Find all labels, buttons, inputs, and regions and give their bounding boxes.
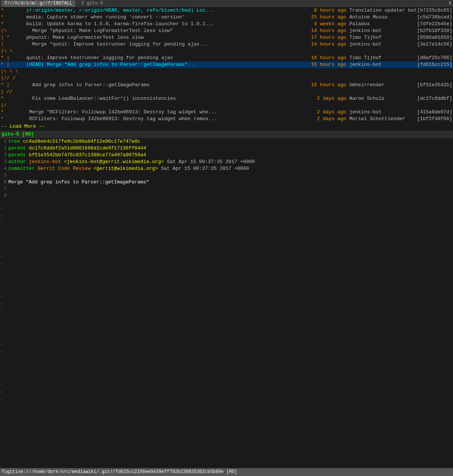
commit-hash: [3e17e14c56] xyxy=(417,41,452,48)
commit-author xyxy=(385,88,452,95)
commit-hash: [fd615cc215] xyxy=(417,61,452,68)
log-line[interactable]: | Merge "qunit: Improve testrunner loggi… xyxy=(0,41,453,48)
commit-author: jenkins-bot xyxy=(349,61,417,68)
tilde-line: ~ xyxy=(0,253,453,260)
log-line[interactable]: * | Add grep infos to Parser::getImagePa… xyxy=(0,82,453,88)
close-button[interactable]: X xyxy=(449,0,451,7)
tab1[interactable]: f///h/d/s/m/.g//f/INSTALL xyxy=(2,0,75,7)
commit-time xyxy=(339,48,385,55)
commit-author: jenkins-bot xyxy=(349,41,417,48)
log-line[interactable]: | // xyxy=(0,88,453,95)
line-number: 3 xyxy=(1,159,8,165)
commit-hash: [d8af25c706] xyxy=(417,55,452,61)
commit-msg: Merge "qunit: Improve testrunner logging… xyxy=(23,41,304,48)
commit-author: jenkins-bot xyxy=(349,27,417,34)
commit-hash: [b2fb10f338] xyxy=(417,27,452,34)
commit-time: 4 weeks ago xyxy=(304,21,349,27)
commit-msg: phpunit: Make LogFormatterTest less slow xyxy=(23,34,304,41)
committer-email: <gerrit@wikimedia.org> xyxy=(93,166,158,171)
commit-time xyxy=(339,68,385,75)
commit-author: jenkins-bot xyxy=(349,109,417,116)
empty-line xyxy=(8,172,11,178)
commit-author: Timo Tijhof xyxy=(349,34,417,41)
tilde-line: ~ xyxy=(0,267,453,274)
tilde-line: ~ xyxy=(0,369,453,375)
graph-char: * xyxy=(1,21,23,27)
log-line[interactable]: * | qunit: Improve testrunner logging fo… xyxy=(0,55,453,61)
graph-char: * | xyxy=(1,55,23,61)
graph-char: * | xyxy=(1,82,23,88)
log-line[interactable]: |\ Merge "phpunit: Make LogFormatterTest… xyxy=(0,27,453,34)
commit-msg xyxy=(23,102,339,109)
log-line[interactable]: * Fix some LoadBalancer::waitFor*() inco… xyxy=(0,95,453,102)
commit-time: 25 hours ago xyxy=(304,14,349,21)
graph-char: |\ \ xyxy=(1,48,23,55)
line-number: 1 xyxy=(1,138,8,145)
commit-hash: [8596a01658] xyxy=(417,34,452,41)
empty-line xyxy=(8,186,11,192)
log-line[interactable]: |\ \ xyxy=(0,48,453,55)
detail-label: tree xyxy=(8,139,23,144)
graph-char: |// / xyxy=(1,75,23,82)
commit-time: 8 hours ago xyxy=(304,7,349,14)
commit-hash: [b7235c6c65] xyxy=(417,7,452,14)
detail-line: 7 xyxy=(1,186,452,192)
log-line[interactable]: * Merge "RCFilters: Followup I42be06913:… xyxy=(0,109,453,116)
log-line[interactable]: * build: Update karma to 1.5.0, karma-fi… xyxy=(0,21,453,27)
line-number: 7 xyxy=(1,186,8,192)
load-more[interactable]: -- Load More -- xyxy=(0,122,453,131)
detail-line: 6Merge "Add grep infos to Parser::getIma… xyxy=(1,179,452,186)
graph-char: * xyxy=(1,7,23,14)
tilde-line: ~ xyxy=(0,260,453,267)
tilde-line: ~ xyxy=(0,355,453,362)
status-bar: fugitive:///home/dork/src/mediawiki/.git… xyxy=(0,468,453,476)
committer-date: Sat Apr 15 00:37:35 2017 +0000 xyxy=(158,166,249,171)
tab2[interactable]: 2 gitv-5 xyxy=(78,0,106,7)
detail-line: 4committer Gerrit Code Review <gerrit@wi… xyxy=(1,165,452,172)
commit-author xyxy=(385,75,452,82)
tilde-line: ~ xyxy=(0,362,453,369)
title-bar-left: f///h/d/s/m/.g//f/INSTALL 2 gitv-5 xyxy=(2,0,106,7)
tilde-line: ~ xyxy=(0,287,453,294)
tilde-line: ~ xyxy=(0,335,453,342)
tilde-line: ~ xyxy=(0,314,453,321)
commit-author: Translation updater bot xyxy=(349,7,417,14)
commit-time: 14 hours ago xyxy=(304,27,349,34)
tilde-line: ~ xyxy=(0,213,453,220)
tilde-line: ~ xyxy=(0,382,453,389)
commit-hash: [bf51e3542b] xyxy=(417,82,452,88)
log-line[interactable]: * (r:origin/master, r:origin/HEAD, maste… xyxy=(0,7,453,14)
commit-hash: [7dfe22b45e] xyxy=(417,21,452,27)
tilde-line: ~ xyxy=(0,301,453,308)
terminal: f///h/d/s/m/.g//f/INSTALL 2 gitv-5 X * (… xyxy=(0,0,453,476)
graph-char: |/ xyxy=(1,102,23,109)
commit-msg xyxy=(23,75,339,82)
log-line[interactable]: |\ \ \ xyxy=(0,68,453,75)
line-number: 1 xyxy=(1,145,8,152)
commit-author: Aaron Schulz xyxy=(349,95,417,102)
graph-char: | * xyxy=(1,34,23,41)
log-line[interactable]: * media: Capture stderr when running 'co… xyxy=(0,14,453,21)
graph-char: * | xyxy=(1,61,23,68)
log-line[interactable]: |// / xyxy=(0,75,453,82)
commit-author xyxy=(385,68,452,75)
title-bar: f///h/d/s/m/.g//f/INSTALL 2 gitv-5 X xyxy=(0,0,453,7)
commit-time: 2 days ago xyxy=(304,116,349,122)
commit-time: 2 days ago xyxy=(304,109,349,116)
line-number: 5 xyxy=(1,172,8,179)
tilde-line: ~ xyxy=(0,321,453,328)
commit-msg: Merge "RCFilters: Followup I42be06913: D… xyxy=(23,109,304,116)
commit-msg xyxy=(23,88,339,95)
log-line[interactable]: * | (HEAD) Merge "Add grep infos to Pars… xyxy=(0,61,453,68)
detail-line: 8 xyxy=(1,192,452,199)
author-email: <jenkins-bot@gerrit.wikimedia.org> xyxy=(64,159,164,165)
commit-hash: [dc17c8ddbf] xyxy=(417,95,452,102)
log-line[interactable]: * RCFilters: Followup I42be06913: Destro… xyxy=(0,116,453,122)
commit-time: 2 days ago xyxy=(304,95,349,102)
graph-char: * xyxy=(1,116,23,122)
commit-msg: build: Update karma to 1.5.0, karma-fire… xyxy=(23,21,304,27)
line-number: 2 xyxy=(1,152,8,159)
log-line[interactable]: | * phpunit: Make LogFormatterTest less … xyxy=(0,34,453,41)
commit-hash: [1bf2f48f66] xyxy=(417,116,452,122)
log-line[interactable]: |/ xyxy=(0,102,453,109)
